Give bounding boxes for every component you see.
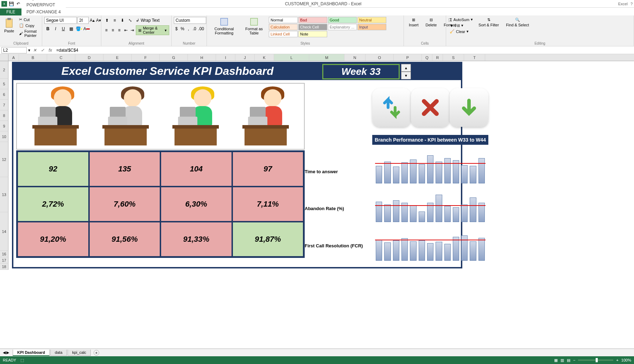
- align-top-icon[interactable]: ⬆: [103, 17, 110, 24]
- row-header-14[interactable]: 14: [0, 212, 8, 251]
- name-box[interactable]: L2: [1, 47, 27, 53]
- row-header-18[interactable]: 18: [0, 264, 8, 270]
- column-header-I[interactable]: I: [216, 54, 235, 61]
- column-header-C[interactable]: C: [47, 54, 75, 61]
- add-sheet-button[interactable]: +: [94, 350, 99, 356]
- style-linked-cell[interactable]: Linked Cell: [269, 31, 298, 37]
- row-header-2[interactable]: 2: [0, 61, 8, 79]
- column-header-Q[interactable]: Q: [422, 54, 432, 61]
- sheet-tab-data[interactable]: data: [50, 350, 67, 356]
- fill-color-button[interactable]: 🪣: [75, 25, 82, 32]
- formula-input[interactable]: [55, 47, 633, 53]
- increase-font-icon[interactable]: A▴: [89, 17, 95, 24]
- percent-icon[interactable]: %: [180, 25, 185, 32]
- tab-powerpivot[interactable]: POWERPIVOT: [21, 1, 65, 8]
- wrap-text-button[interactable]: ↲ Wrap Text: [134, 18, 161, 23]
- column-header-F[interactable]: F: [132, 54, 160, 61]
- format-as-table-button[interactable]: Format as Table: [241, 17, 267, 41]
- column-header-S[interactable]: S: [443, 54, 464, 61]
- paste-button[interactable]: Paste: [2, 17, 16, 41]
- updown-arrows-icon[interactable]: [372, 88, 411, 127]
- style-calculation[interactable]: Calculation: [269, 24, 298, 30]
- macro-record-icon[interactable]: ⬚: [20, 358, 24, 363]
- zoom-out-icon[interactable]: −: [573, 358, 575, 362]
- column-header-J[interactable]: J: [235, 54, 255, 61]
- autosum-button[interactable]: Σ AutoSum ▾: [448, 17, 474, 22]
- increase-indent-icon[interactable]: ⇥: [129, 27, 135, 34]
- font-name-select[interactable]: [44, 17, 77, 24]
- zoom-in-icon[interactable]: +: [616, 358, 618, 362]
- view-layout-icon[interactable]: ▥: [560, 358, 564, 363]
- sheet-tab-kpi-dashboard[interactable]: KPI Dashboard: [13, 350, 50, 356]
- zoom-slider[interactable]: [578, 359, 613, 361]
- row-header-7[interactable]: 7: [0, 100, 8, 110]
- spinner-up-icon[interactable]: ▴: [401, 64, 411, 72]
- align-right-icon[interactable]: ≡: [116, 27, 122, 34]
- border-button[interactable]: ▦: [68, 25, 75, 32]
- column-header-A[interactable]: A: [8, 54, 19, 61]
- style-explanatory-[interactable]: Explanatory ...: [328, 24, 357, 30]
- decrease-font-icon[interactable]: A▾: [96, 17, 101, 24]
- tab-pdf-xchange-4[interactable]: PDF-XChange 4: [21, 8, 65, 15]
- increase-decimal-icon[interactable]: .0: [192, 25, 197, 32]
- column-header-M[interactable]: M: [309, 54, 344, 61]
- column-header-N[interactable]: N: [344, 54, 366, 61]
- decrease-indent-icon[interactable]: ⇤: [123, 27, 128, 34]
- format-painter-button[interactable]: 🖌 Format Painter: [18, 29, 40, 38]
- view-normal-icon[interactable]: ▦: [554, 358, 558, 363]
- merge-center-button[interactable]: ⊞ Merge & Center ▾: [136, 25, 169, 35]
- fill-button[interactable]: ▼ Fill ▾: [448, 23, 474, 28]
- column-header-G[interactable]: G: [160, 54, 188, 61]
- row-header-8[interactable]: 8: [0, 110, 8, 121]
- align-bottom-icon[interactable]: ⬇: [119, 17, 126, 24]
- font-size-select[interactable]: [77, 17, 89, 24]
- column-header-E[interactable]: E: [103, 54, 132, 61]
- underline-button[interactable]: U: [60, 25, 67, 32]
- row-header-10[interactable]: 10: [0, 131, 8, 142]
- enter-formula-icon[interactable]: ✓: [39, 48, 46, 53]
- column-header-B[interactable]: B: [19, 54, 47, 61]
- view-pagebreak-icon[interactable]: ▤: [567, 358, 570, 363]
- spinner-down-icon[interactable]: ▾: [401, 72, 411, 79]
- align-center-icon[interactable]: ≡: [110, 27, 115, 34]
- bold-button[interactable]: B: [44, 25, 51, 32]
- cancel-formula-icon[interactable]: ✕: [32, 48, 38, 53]
- align-left-icon[interactable]: ≡: [103, 27, 109, 34]
- row-header-16[interactable]: 16: [0, 251, 8, 257]
- italic-button[interactable]: I: [52, 25, 59, 32]
- style-note[interactable]: Note: [298, 31, 327, 37]
- help-icon[interactable]: ?: [630, 2, 633, 6]
- row-header-17[interactable]: 17: [0, 257, 8, 264]
- row-header-6[interactable]: 6: [0, 89, 8, 100]
- comma-icon[interactable]: ,: [186, 25, 191, 32]
- zoom-level[interactable]: 100%: [621, 358, 631, 362]
- column-header-L[interactable]: L: [274, 54, 309, 61]
- cut-button[interactable]: ✂ Cut: [18, 17, 40, 22]
- sheet-canvas[interactable]: Excel Customer Service KPI Dashboard Wee…: [8, 61, 634, 349]
- row-header-13[interactable]: 13: [0, 177, 8, 212]
- column-header-O[interactable]: O: [366, 54, 394, 61]
- save-icon[interactable]: 💾: [8, 1, 14, 7]
- namebox-dropdown-icon[interactable]: ▾: [28, 48, 30, 53]
- conditional-formatting-button[interactable]: Conditional Formatting: [209, 17, 239, 41]
- delete-cells-button[interactable]: ⊟Delete: [423, 17, 440, 41]
- down-arrow-icon[interactable]: [450, 88, 488, 127]
- find-select-button[interactable]: 🔍Find & Select: [503, 17, 532, 41]
- row-header-12[interactable]: 12: [0, 142, 8, 177]
- decrease-decimal-icon[interactable]: .00: [198, 25, 204, 32]
- select-all-corner[interactable]: [0, 54, 8, 61]
- style-good[interactable]: Good: [328, 17, 357, 23]
- column-header-R[interactable]: R: [432, 54, 443, 61]
- sheet-nav-next-icon[interactable]: ▶: [6, 350, 9, 355]
- cell-styles-gallery[interactable]: NormalBadGoodNeutralCalculationCheck Cel…: [269, 17, 386, 41]
- sheet-nav-prev-icon[interactable]: ◀: [3, 350, 6, 355]
- row-header-5[interactable]: 5: [0, 79, 8, 89]
- copy-button[interactable]: 📋 Copy: [18, 23, 40, 28]
- style-normal[interactable]: Normal: [269, 17, 298, 23]
- currency-icon[interactable]: $: [174, 25, 179, 32]
- style-bad[interactable]: Bad: [298, 17, 327, 23]
- sort-filter-button[interactable]: ⇅Sort & Filter: [476, 17, 502, 41]
- fx-icon[interactable]: fx: [47, 48, 53, 53]
- style-check-cell[interactable]: Check Cell: [298, 24, 327, 30]
- worksheet-grid[interactable]: 25678910121314161718 Excel Customer Serv…: [0, 61, 634, 349]
